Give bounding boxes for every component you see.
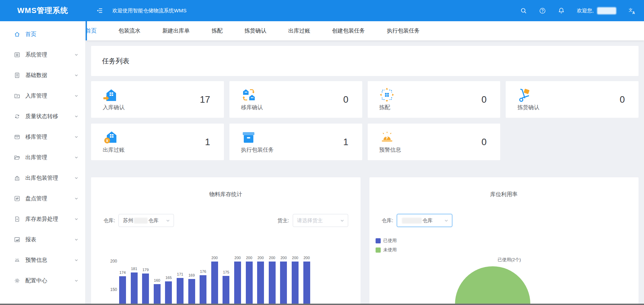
card-label: 执行包装任务: [241, 147, 362, 154]
card-outbound-post[interactable]: ¥ 出库过账 1: [91, 124, 224, 160]
bar-value-label: 200: [289, 256, 301, 260]
card-pick-allocate[interactable]: 拣配 0: [368, 81, 501, 118]
sidebar-item-quality-transfer[interactable]: 质量状态转移: [0, 106, 85, 127]
sidebar-item-config-center[interactable]: 配置中心: [0, 270, 85, 291]
outbound-icon: [14, 154, 21, 161]
charts-row: 物料库存统计 仓库: 苏州仓库 货主: 请选择货主 20015017418117…: [91, 177, 639, 305]
card-label: 移库确认: [241, 104, 362, 111]
base-data-icon: [14, 72, 21, 79]
report-icon: [14, 236, 21, 243]
location-filter-row: 仓库: 仓库: [382, 214, 627, 227]
tab-home[interactable]: 首页: [86, 27, 97, 35]
legend-item-used[interactable]: 已使用: [376, 238, 397, 244]
card-label: 拣配: [379, 104, 501, 111]
card-value: 0: [481, 137, 487, 147]
bell-icon[interactable]: [558, 7, 565, 14]
bar-value-label: 200: [209, 256, 220, 260]
chevron-down-icon: [74, 73, 78, 77]
bar: [165, 281, 172, 305]
bar-chart-plot: 2001501741811791601651711691762001752002…: [103, 255, 345, 305]
card-value: 17: [200, 94, 210, 105]
chevron-down-icon: [74, 196, 78, 201]
material-filter-row: 仓库: 苏州仓库 货主: 请选择货主: [103, 214, 348, 227]
bar: [142, 274, 149, 305]
bar: [188, 279, 195, 305]
sidebar-item-alert-info[interactable]: 预警信息: [0, 250, 85, 270]
card-inbound-confirm[interactable]: 入库确认 17: [91, 81, 224, 118]
legend-item-unused[interactable]: 未使用: [376, 247, 397, 253]
sidebar-item-label: 首页: [25, 31, 36, 38]
chevron-down-icon: [74, 135, 78, 139]
bar: [257, 262, 264, 305]
collapse-menu-icon[interactable]: [96, 7, 103, 14]
tab-packing-flow[interactable]: 包装流水: [118, 27, 140, 35]
tab-execute-packing-task[interactable]: 执行包装任务: [387, 27, 420, 35]
bar-value-label: 175: [220, 270, 232, 274]
bar-value-label: 169: [186, 273, 198, 277]
help-icon[interactable]: [539, 8, 546, 14]
sidebar-item-label: 预警信息: [25, 257, 47, 264]
legend-swatch-unused: [376, 247, 381, 253]
card-move-confirm[interactable]: 移库确认 0: [229, 81, 362, 118]
card-pick-confirm[interactable]: 拣货确认 0: [506, 81, 639, 118]
sidebar-item-label: 基础数据: [25, 72, 47, 79]
tab-create-packing-task[interactable]: 创建包装任务: [332, 27, 365, 35]
bar: [119, 276, 126, 305]
sidebar-item-outbound-management[interactable]: 出库管理: [0, 147, 85, 168]
tab-pick-confirm[interactable]: 拣货确认: [244, 27, 266, 35]
card-execute-packing-task[interactable]: 执行包装任务 1: [229, 124, 362, 160]
material-stock-card: 物料库存统计 仓库: 苏州仓库 货主: 请选择货主 20015017418117…: [91, 177, 361, 305]
card-value: 1: [205, 137, 210, 147]
bar: [269, 262, 276, 305]
outbound-packing-icon: [14, 175, 21, 181]
translate-icon[interactable]: 文A: [629, 7, 636, 14]
sidebar-item-inventory-diff[interactable]: 库存差异处理: [0, 209, 85, 229]
chevron-down-icon: [74, 238, 78, 242]
alert-info-icon: [379, 130, 394, 145]
chevron-down-icon: [74, 94, 78, 98]
bar: [234, 262, 241, 305]
app-logo: WMS管理系统: [0, 5, 86, 16]
pie-chart: [455, 266, 530, 305]
tab-bar-accent: [86, 21, 87, 40]
bar: [246, 262, 253, 305]
inventory-diff-icon: [14, 216, 21, 223]
sidebar-item-system-management[interactable]: 系统管理: [0, 45, 85, 65]
card-alert-info[interactable]: 预警信息 0: [368, 124, 501, 160]
owner-placeholder: 请选择货主: [297, 217, 323, 224]
bar-value-label: 179: [140, 268, 151, 272]
sidebar-item-report[interactable]: 报表: [0, 229, 85, 250]
bar: [303, 262, 310, 305]
search-icon[interactable]: [520, 8, 527, 14]
card-value: 0: [620, 94, 625, 105]
sidebar-item-inbound-management[interactable]: 入库管理: [0, 86, 85, 106]
sidebar-item-label: 盘点管理: [25, 195, 47, 202]
tab-new-outbound-order[interactable]: 新建出库单: [162, 27, 190, 35]
bar-value-label: 176: [197, 269, 209, 274]
sidebar-item-label: 库存差异处理: [25, 216, 58, 223]
sidebar-item-base-data[interactable]: 基础数据: [0, 65, 85, 86]
bar: [280, 262, 287, 305]
sidebar-item-move-management[interactable]: 移库管理: [0, 127, 85, 147]
chevron-down-icon: [74, 176, 78, 180]
warehouse-select-focused[interactable]: 仓库: [397, 214, 452, 227]
y-axis-tick: 200: [103, 259, 117, 264]
sidebar-item-label: 入库管理: [25, 92, 47, 100]
tab-pick-allocate[interactable]: 拣配: [212, 27, 223, 35]
redacted-text: [134, 218, 148, 224]
task-card-grid: 入库确认 17 移库确认 0 拣配 0 拣货确认 0 ¥ 出库过账 1 执行包装…: [91, 81, 639, 160]
chevron-down-icon: [340, 218, 344, 223]
sidebar-item-home[interactable]: 首页: [0, 24, 85, 45]
svg-text:¥: ¥: [106, 139, 109, 143]
chart-title: 物料库存统计: [91, 191, 361, 198]
bar: [200, 275, 206, 305]
sidebar-item-outbound-packing[interactable]: 出库包装管理: [0, 168, 85, 188]
sidebar-item-stocktake-management[interactable]: 盘点管理: [0, 188, 85, 209]
system-icon: [14, 51, 21, 58]
move-confirm-icon: [241, 87, 256, 102]
chevron-down-icon: [74, 258, 78, 262]
quality-transfer-icon: [14, 113, 21, 120]
tab-outbound-post[interactable]: 出库过账: [288, 27, 310, 35]
warehouse-select[interactable]: 苏州仓库: [118, 214, 174, 227]
owner-select[interactable]: 请选择货主: [293, 214, 348, 227]
